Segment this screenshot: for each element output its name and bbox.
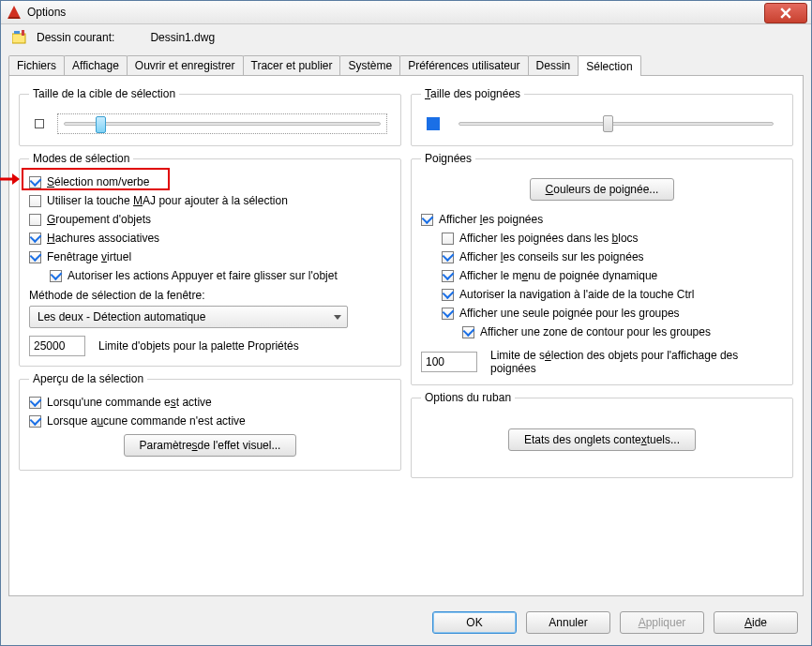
- label-nocmd-active[interactable]: Lorsque aucune commande n'est active: [47, 414, 246, 428]
- label-cmd-active[interactable]: Lorsqu'une commande est active: [47, 396, 212, 409]
- checkbox-object-grouping[interactable]: [29, 214, 41, 226]
- group-selection-preview: Aperçu de la sélection Lorsqu'une comman…: [19, 372, 401, 471]
- checkbox-shift-add[interactable]: [29, 195, 41, 207]
- grip-size-legend: Taille des poignées: [421, 87, 524, 100]
- grip-object-limit-label: Limite de sélection des objets pour l'af…: [490, 349, 753, 375]
- checkbox-press-drag[interactable]: [50, 270, 62, 282]
- ribbon-options-legend: Options du ruban: [421, 391, 515, 404]
- svg-marker-6: [12, 173, 20, 185]
- help-button[interactable]: Aide: [714, 611, 798, 634]
- tab-dessin[interactable]: Dessin: [528, 55, 579, 75]
- label-grip-tips[interactable]: Afficher les conseils sur les poignées: [459, 250, 644, 263]
- svg-rect-4: [22, 30, 24, 36]
- group-pickbox-size: Taille de la cible de sélection: [19, 87, 401, 146]
- titlebar: Options: [1, 1, 811, 24]
- group-grips: Poignées Couleurs de poignée... Afficher…: [411, 152, 793, 385]
- label-ctrl-cycle[interactable]: Autoriser la navigation à l'aide de la t…: [459, 288, 694, 301]
- ok-button[interactable]: OK: [432, 611, 517, 634]
- tab-tracer-publier[interactable]: Tracer et publier: [243, 55, 341, 75]
- checkbox-show-grips[interactable]: [421, 214, 433, 226]
- grip-object-limit-input[interactable]: [421, 352, 477, 372]
- label-dyn-grip-menu[interactable]: Afficher le menu de poignée dynamique: [459, 269, 657, 282]
- svg-rect-3: [14, 31, 20, 34]
- current-drawing-value: Dessin1.dwg: [150, 31, 215, 44]
- label-noun-verb[interactable]: SSélection nom/verbeélection nom/verbe: [47, 175, 149, 188]
- checkbox-grip-tips[interactable]: [442, 251, 454, 263]
- cancel-button[interactable]: Annuler: [526, 611, 610, 634]
- checkbox-noun-verb[interactable]: [29, 176, 41, 188]
- tab-ouvrir-enregistrer[interactable]: Ouvrir et enregistrer: [127, 55, 244, 75]
- grip-size-slider[interactable]: [453, 113, 779, 134]
- label-assoc-hatch[interactable]: Hachures associatives: [47, 232, 159, 245]
- label-implied-window[interactable]: Fenêtrage virtuel: [47, 250, 131, 263]
- pickbox-legend: Taille de la cible de sélection: [29, 87, 179, 100]
- group-selection-modes: Modes de sélection SSélection nom/verbeé…: [19, 152, 401, 367]
- current-drawing-label: Dessin courant:: [37, 31, 114, 44]
- dialog-button-bar: OK Annuler Appliquer Aide: [1, 604, 811, 645]
- close-button[interactable]: [764, 3, 807, 23]
- selection-preview-legend: Aperçu de la sélection: [29, 372, 147, 385]
- window-method-value: Les deux - Détection automatique: [38, 310, 205, 323]
- label-show-grips[interactable]: Afficher les poignées: [439, 213, 543, 226]
- checkbox-cmd-active[interactable]: [29, 397, 41, 409]
- tab-fichiers[interactable]: Fichiers: [8, 55, 65, 75]
- tab-preferences-utilisateur[interactable]: Préférences utilisateur: [399, 55, 528, 75]
- left-column: Taille de la cible de sélection Modes de…: [19, 87, 401, 584]
- label-object-grouping[interactable]: Groupement d'objets: [47, 213, 151, 226]
- subheader: Dessin courant: Dessin1.dwg: [1, 24, 811, 54]
- grip-preview-icon: [427, 117, 440, 130]
- window-method-dropdown[interactable]: Les deux - Détection automatique: [29, 306, 348, 328]
- group-grip-size: Taille des poignées: [411, 87, 793, 146]
- selection-modes-legend: Modes de sélection: [29, 152, 133, 165]
- tab-strip: Fichiers Affichage Ouvrir et enregistrer…: [8, 54, 804, 75]
- checkbox-dyn-grip-menu[interactable]: [442, 270, 454, 282]
- arrow-annotation: [0, 172, 20, 187]
- label-press-drag[interactable]: Autoriser les actions Appuyer et faire g…: [68, 269, 338, 282]
- pickbox-preview-icon: [35, 119, 44, 128]
- label-bbox-group[interactable]: Afficher une zone de contour pour les gr…: [480, 325, 711, 338]
- tab-systeme[interactable]: Système: [339, 55, 400, 75]
- drawing-icon: [12, 30, 29, 45]
- label-single-grip-group[interactable]: Afficher une seule poignée pour les grou…: [459, 307, 680, 320]
- options-dialog: Options Dessin courant: Dessin1.dwg Fich…: [0, 0, 812, 646]
- app-icon: [7, 5, 22, 20]
- window-title: Options: [27, 6, 66, 19]
- checkbox-ctrl-cycle[interactable]: [442, 289, 454, 301]
- svg-marker-0: [8, 6, 21, 19]
- tab-body-selection: Taille de la cible de sélection Modes de…: [8, 75, 804, 596]
- svg-rect-1: [8, 17, 20, 19]
- grips-legend: Poignées: [421, 152, 475, 165]
- checkbox-implied-window[interactable]: [29, 251, 41, 263]
- contextual-tab-states-button[interactable]: Etats des onglets contextuels...: [508, 428, 696, 451]
- grip-colors-button[interactable]: Couleurs de poignée...: [530, 178, 675, 201]
- label-shift-add[interactable]: Utiliser la touche MAJ pour ajouter à la…: [47, 194, 288, 207]
- right-column: Taille des poignées Poignées Cou: [411, 87, 793, 584]
- checkbox-assoc-hatch[interactable]: [29, 233, 41, 245]
- window-method-label: Méthode de sélection de la fenêtre:: [29, 285, 391, 304]
- property-palette-limit-input[interactable]: [29, 336, 85, 356]
- property-palette-limit-label: Limite d'objets pour la palette Propriét…: [98, 339, 299, 353]
- checkbox-nocmd-active[interactable]: [29, 415, 41, 428]
- label-grips-blocks[interactable]: Afficher les poignées dans les blocs: [459, 232, 639, 245]
- apply-button: Appliquer: [620, 611, 704, 634]
- checkbox-grips-blocks[interactable]: [442, 233, 454, 245]
- checkbox-bbox-group[interactable]: [462, 326, 474, 338]
- pickbox-size-slider[interactable]: [57, 113, 387, 134]
- chevron-down-icon: [334, 315, 341, 320]
- group-ribbon-options: Options du ruban Etats des onglets conte…: [411, 391, 793, 478]
- checkbox-single-grip-group[interactable]: [442, 308, 454, 320]
- visual-effect-settings-button[interactable]: Paramètres de l'effet visuel...: [124, 434, 297, 457]
- tab-affichage[interactable]: Affichage: [64, 55, 128, 75]
- tabs-region: Fichiers Affichage Ouvrir et enregistrer…: [8, 54, 804, 596]
- tab-selection[interactable]: Sélection: [578, 55, 640, 76]
